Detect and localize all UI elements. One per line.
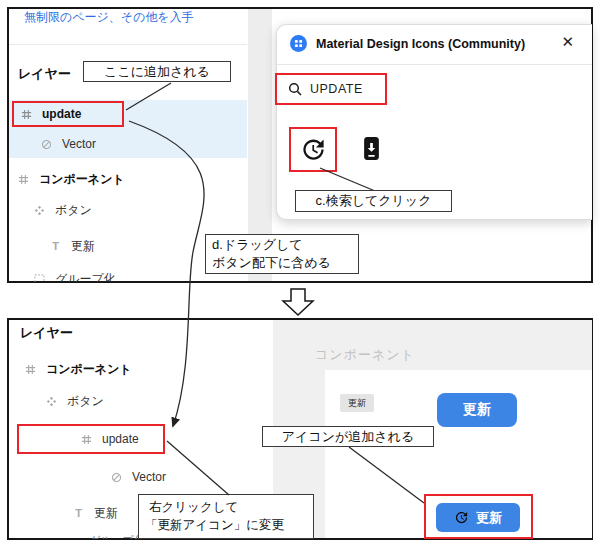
layer-row-component[interactable]: コンポーネント	[8, 356, 132, 382]
layer-row-vector[interactable]: Vector	[8, 131, 96, 157]
layer-row-group[interactable]: グループ化	[8, 533, 145, 539]
update-button-primary[interactable]: 更新	[437, 393, 517, 427]
search-input[interactable]: UPDATE	[275, 73, 387, 105]
layers-header: レイヤー	[18, 65, 71, 83]
layer-label: グループ化	[89, 533, 145, 539]
plugin-badge-icon	[290, 35, 307, 52]
layer-row-component[interactable]: コンポーネント	[8, 166, 125, 192]
highlight-box-update-bottom	[17, 424, 165, 454]
update-icon	[300, 136, 327, 163]
update-button-variant[interactable]: 更新	[340, 394, 374, 412]
search-value: UPDATE	[310, 82, 363, 96]
callout-icon-added: アイコンが追加される	[262, 426, 434, 447]
plugin-dialog-header: Material Design Icons (Community)	[290, 35, 525, 52]
callout-rename-line2: 「更新アイコン」に変更	[145, 517, 284, 535]
callout-add-here: ここに追加される	[83, 61, 231, 82]
layer-row-button[interactable]: ボタン	[8, 388, 104, 414]
search-icon	[288, 82, 302, 96]
layer-row-text-update[interactable]: T 更新	[8, 233, 95, 259]
sidebar-divider	[9, 44, 247, 45]
layer-label: コンポーネント	[39, 171, 125, 188]
callout-drag: d.ドラッグして ボタン配下に含める	[205, 234, 359, 274]
close-icon[interactable]: ✕	[561, 34, 574, 49]
callout-drag-line1: d.ドラッグして	[212, 236, 303, 254]
layer-row-button[interactable]: ボタン	[8, 197, 92, 223]
layer-label: ボタン	[55, 202, 92, 219]
callout-drag-line2: ボタン配下に含める	[212, 254, 331, 272]
dialog-divider	[277, 64, 592, 65]
plugin-dialog-title: Material Design Icons (Community)	[316, 37, 525, 51]
component-icon	[45, 396, 58, 407]
upsell-link[interactable]: 無制限のページ、その他を入手	[24, 9, 194, 26]
callout-search-click: c.検索してクリック	[295, 190, 452, 212]
vector-icon	[40, 139, 53, 150]
search-result-update[interactable]	[289, 127, 337, 172]
text-icon: T	[49, 240, 62, 252]
search-result-phone[interactable]	[364, 137, 379, 164]
frame-icon	[24, 364, 37, 375]
vector-icon	[110, 472, 123, 483]
layer-row-text-update[interactable]: T 更新	[8, 500, 118, 526]
frame-icon	[17, 174, 30, 185]
component-icon	[33, 205, 46, 216]
highlight-box-icon-button	[424, 494, 533, 539]
layer-label: 更新	[94, 505, 118, 522]
layer-label: 更新	[71, 238, 95, 255]
layer-label: コンポーネント	[46, 361, 132, 378]
text-icon: T	[72, 507, 85, 519]
layer-row-vector[interactable]: Vector	[8, 464, 166, 490]
group-icon	[33, 274, 46, 283]
layer-row-group[interactable]: グループ化	[8, 266, 116, 282]
canvas-frame-label: コンポーネント	[315, 346, 415, 364]
tutorial-screenshot: 無制限のページ、その他を入手 レイヤー update Vector コンポーネン…	[0, 0, 600, 554]
layer-label: Vector	[62, 137, 96, 151]
layer-label: Vector	[132, 470, 166, 484]
callout-rename: 右クリックして 「更新アイコン」に変更	[138, 494, 314, 539]
layer-label: グループ化	[55, 271, 116, 283]
flow-down-arrow	[283, 289, 313, 315]
layer-label: ボタン	[67, 393, 104, 410]
cellphone-arrow-down-icon	[364, 137, 379, 160]
callout-rename-line1: 右クリックして	[145, 499, 238, 517]
highlight-box-update-top	[12, 101, 124, 127]
layers-header: レイヤー	[20, 324, 73, 342]
